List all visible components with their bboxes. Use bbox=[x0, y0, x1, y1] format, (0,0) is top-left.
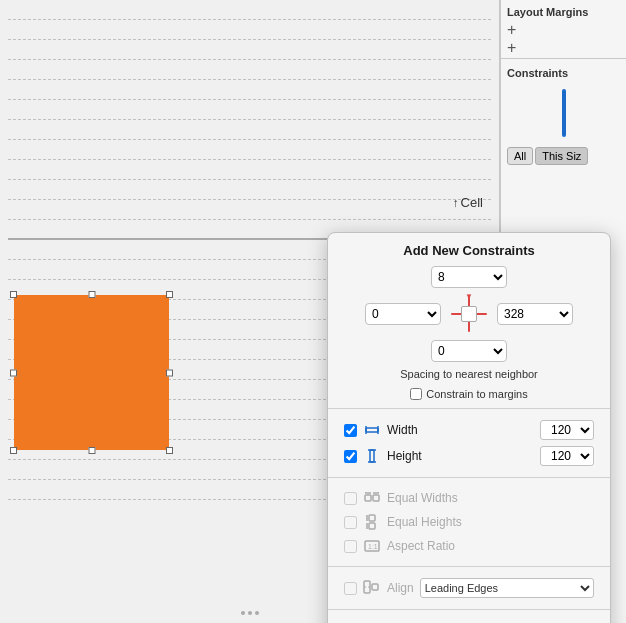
svg-rect-3 bbox=[370, 450, 374, 462]
equal-heights-icon bbox=[363, 513, 381, 531]
divider-1 bbox=[328, 408, 610, 409]
constraint-cross-widget: ▼ bbox=[447, 292, 491, 336]
update-frames-row: Update Frames None bbox=[328, 618, 610, 623]
constrain-margins-label: Constrain to margins bbox=[426, 388, 528, 400]
plus-button-1[interactable]: + bbox=[507, 22, 620, 38]
height-label: Height bbox=[387, 449, 534, 463]
top-input-row: 8 bbox=[431, 266, 507, 288]
equal-widths-icon-svg bbox=[364, 490, 380, 506]
handle-right[interactable] bbox=[166, 369, 173, 376]
middle-row: 0 ▼ 328 bbox=[365, 292, 573, 336]
plus-button-2[interactable]: + bbox=[507, 40, 620, 56]
constraint-visual bbox=[501, 83, 626, 143]
svg-rect-17 bbox=[372, 584, 378, 590]
height-icon-svg bbox=[364, 448, 380, 464]
equal-heights-label: Equal Heights bbox=[387, 515, 594, 529]
cell-label: ↑ Cell bbox=[453, 195, 483, 210]
constrain-margins-checkbox[interactable] bbox=[410, 388, 422, 400]
align-edges-select[interactable]: Leading Edges bbox=[420, 578, 594, 598]
width-row: Width 120 bbox=[328, 417, 610, 443]
cell-text: Cell bbox=[461, 195, 483, 210]
scroll-dot bbox=[241, 611, 245, 615]
height-row: Height 120 bbox=[328, 443, 610, 469]
width-checkbox[interactable] bbox=[344, 424, 357, 437]
scroll-dot bbox=[255, 611, 259, 615]
all-this-row: All This Siz bbox=[501, 143, 626, 169]
right-spacing-select[interactable]: 328 bbox=[497, 303, 573, 325]
cross-center-square bbox=[461, 306, 477, 322]
this-size-button[interactable]: This Siz bbox=[535, 147, 588, 165]
handle-top-right[interactable] bbox=[166, 291, 173, 298]
svg-rect-7 bbox=[373, 495, 379, 501]
align-label: Align bbox=[387, 581, 414, 595]
align-row: Align Leading Edges bbox=[328, 575, 610, 601]
handle-top[interactable] bbox=[88, 291, 95, 298]
width-label: Width bbox=[387, 423, 534, 437]
left-spacing-select[interactable]: 0 bbox=[365, 303, 441, 325]
svg-rect-10 bbox=[369, 515, 375, 521]
width-value-select[interactable]: 120 bbox=[540, 420, 594, 440]
equal-widths-icon bbox=[363, 489, 381, 507]
equal-heights-checkbox[interactable] bbox=[344, 516, 357, 529]
layout-margins-label: Layout Margins bbox=[501, 0, 626, 20]
height-value-select[interactable]: 120 bbox=[540, 446, 594, 466]
constrain-margins-row: Constrain to margins bbox=[394, 384, 544, 400]
bottom-input-row: 0 bbox=[431, 340, 507, 362]
all-button[interactable]: All bbox=[507, 147, 533, 165]
divider-2 bbox=[328, 477, 610, 478]
top-spacing-select[interactable]: 8 bbox=[431, 266, 507, 288]
constraint-bar bbox=[562, 89, 566, 137]
aspect-ratio-icon: 1:1 bbox=[363, 537, 381, 555]
width-icon bbox=[363, 421, 381, 439]
cell-arrow-icon: ↑ bbox=[453, 196, 459, 210]
scroll-dots bbox=[241, 611, 259, 615]
height-checkbox[interactable] bbox=[344, 450, 357, 463]
handle-bottom[interactable] bbox=[88, 447, 95, 454]
width-icon-svg bbox=[364, 422, 380, 438]
aspect-ratio-icon-svg: 1:1 bbox=[364, 538, 380, 554]
orange-box[interactable] bbox=[14, 295, 169, 450]
handle-left[interactable] bbox=[10, 369, 17, 376]
equal-widths-checkbox[interactable] bbox=[344, 492, 357, 505]
equal-widths-label: Equal Widths bbox=[387, 491, 594, 505]
divider-3 bbox=[328, 566, 610, 567]
divider-4 bbox=[328, 609, 610, 610]
add-new-constraints-popup: Add New Constraints 8 0 ▼ bbox=[327, 232, 611, 623]
svg-rect-6 bbox=[365, 495, 371, 501]
popup-title: Add New Constraints bbox=[328, 233, 610, 266]
handle-bottom-left[interactable] bbox=[10, 447, 17, 454]
constraints-label: Constraints bbox=[501, 58, 626, 83]
svg-rect-11 bbox=[369, 523, 375, 529]
aspect-ratio-row: 1:1 Aspect Ratio bbox=[328, 534, 610, 558]
bottom-spacing-select[interactable]: 0 bbox=[431, 340, 507, 362]
aspect-ratio-label: Aspect Ratio bbox=[387, 539, 594, 553]
spacing-area: 8 0 ▼ 328 bbox=[328, 266, 610, 400]
cross-top-arrow: ▼ bbox=[465, 293, 473, 301]
svg-text:1:1: 1:1 bbox=[368, 543, 378, 550]
handle-top-left[interactable] bbox=[10, 291, 17, 298]
aspect-ratio-checkbox[interactable] bbox=[344, 540, 357, 553]
height-icon bbox=[363, 447, 381, 465]
handle-bottom-right[interactable] bbox=[166, 447, 173, 454]
scroll-dot bbox=[248, 611, 252, 615]
equal-heights-row: Equal Heights bbox=[328, 510, 610, 534]
align-icon-svg bbox=[363, 579, 379, 595]
align-checkbox[interactable] bbox=[344, 582, 357, 595]
align-icon bbox=[363, 579, 381, 597]
equal-widths-row: Equal Widths bbox=[328, 486, 610, 510]
svg-rect-0 bbox=[366, 428, 378, 432]
spacing-label: Spacing to nearest neighbor bbox=[400, 368, 538, 380]
equal-heights-icon-svg bbox=[364, 514, 380, 530]
plus-row: + + bbox=[501, 20, 626, 58]
